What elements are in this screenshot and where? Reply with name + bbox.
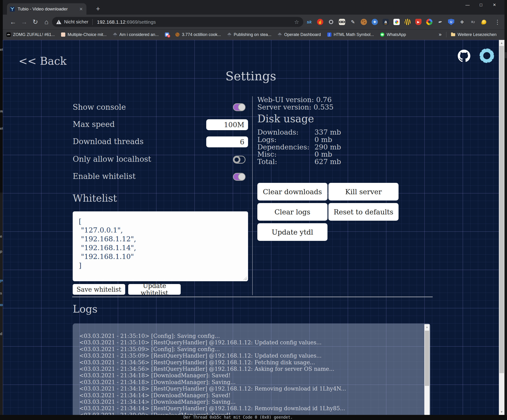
bookmark-operate-dashboard[interactable]: Operate Dashboard (278, 32, 321, 37)
bookmarks-overflow-icon[interactable]: » (439, 32, 442, 38)
spiral-favicon (61, 33, 65, 37)
disk-row-label: Logs: (257, 136, 277, 144)
disk-row-label: Dependencies: (257, 143, 309, 151)
ext-adblock-hand-icon[interactable]: ☝ (317, 19, 323, 25)
bookmarks-right: » Weitere Lesezeichen (439, 32, 501, 38)
photos-dot (395, 21, 398, 24)
forward-icon[interactable]: → (20, 17, 29, 27)
bookmark-multiple-choice[interactable]: Multiple-Choice mit... (61, 32, 107, 37)
log-line: <03.03.2021 - 21:34:14> [DownloadManager… (79, 392, 419, 399)
bookmark-label: Am i considered an... (119, 32, 159, 37)
ext-playlist-icon[interactable]: ≡♪ (470, 19, 476, 25)
save-whitelist-button[interactable]: Save whitelist (73, 284, 125, 295)
badge-count: 3 (167, 34, 170, 38)
github-icon[interactable] (458, 50, 470, 62)
update-ytdl-button[interactable]: Update ytdl (257, 223, 327, 241)
window-controls: — □ × (461, 0, 501, 10)
new-tab-button[interactable]: + (94, 5, 102, 13)
disk-row-label: Total: (257, 158, 277, 166)
window-close-button[interactable]: × (488, 0, 501, 10)
ext-ring-icon[interactable] (329, 20, 333, 24)
column-divider (252, 96, 253, 295)
disk-row-value: 290 mb (315, 143, 341, 151)
setting-label-show-console: Show console (73, 103, 126, 112)
bookmark-label: ZOMG ZUFALL! #61... (13, 32, 55, 37)
scroll-down-icon[interactable]: ▼ (499, 410, 504, 413)
ext-google-icon[interactable] (426, 19, 432, 25)
bookmark-html-math[interactable]: ∫ HTML Math Symbol... (327, 32, 374, 37)
setting-label-enable-whitelist: Enable whitelist (73, 172, 136, 181)
disk-row-value: 0 mb (315, 136, 332, 144)
ext-video-shield-icon[interactable]: ▶ (415, 19, 422, 25)
tab-close-icon[interactable]: × (78, 6, 84, 12)
background-text-fragment: e (0, 234, 2, 239)
kill-server-button[interactable]: Kill server (328, 183, 399, 200)
browser-window: Tubio - Video downloader × + — □ × ← → ↻… (3, 0, 504, 415)
download-threads-input[interactable] (206, 137, 248, 147)
browser-menu-icon[interactable]: ⋮ (493, 17, 502, 27)
address-bar[interactable]: ! Nicht sicher 192.168.1.12 :6969/settin… (52, 17, 303, 27)
ext-pen-icon[interactable]: ✎ (350, 19, 356, 25)
toggle-show-console[interactable] (233, 103, 246, 111)
disk-row-value: 627 mb (315, 158, 341, 166)
disk-row-label: Downloads: (257, 128, 298, 136)
max-speed-input[interactable] (206, 119, 248, 130)
ext-blue-cross-icon[interactable]: ✚ (372, 19, 378, 25)
window-minimize-button[interactable]: — (461, 0, 474, 10)
bookmark-publishing-steam[interactable]: Publishing on stea... (227, 32, 271, 37)
bookmark-z0r[interactable]: z0r ZOMG ZUFALL! #61... (7, 32, 55, 37)
url-path: :6969/settings (125, 19, 156, 25)
reload-icon[interactable]: ↻ (31, 17, 40, 27)
whitelist-editor-wrap: [ "127.0.0.1", "192.168.1.12", "192.168.… (73, 211, 248, 281)
disk-row-value: 337 mb (315, 128, 341, 136)
log-line: <03.03.2021 - 21:34:18> [RestQueryHandle… (79, 386, 419, 392)
ext-amazon-icon[interactable]: a (382, 19, 389, 25)
reset-defaults-button[interactable]: Reset to defaults (328, 203, 399, 221)
update-whitelist-button[interactable]: Update whitelist (128, 284, 181, 295)
ext-cookie-icon[interactable] (361, 19, 367, 25)
background-text-fragment: d (0, 332, 2, 336)
bookmark-am-i-considered[interactable]: Am i considered an... (113, 32, 159, 37)
back-icon[interactable]: ← (8, 17, 18, 27)
ext-sk-icon[interactable]: sk (306, 19, 312, 25)
log-scrollbar-thumb[interactable] (425, 331, 429, 386)
bookmark-whatsapp[interactable]: ☎ WhatsApp (380, 32, 406, 37)
warning-mark: ! (58, 21, 59, 24)
whitelist-textarea[interactable]: [ "127.0.0.1", "192.168.1.12", "192.168.… (73, 211, 248, 281)
clear-downloads-button[interactable]: Clear downloads (257, 183, 327, 200)
ext-ublock-shield-icon[interactable]: U (448, 19, 454, 25)
bookmark-cookie-clicker[interactable]: 3.774 octillion cook... (175, 32, 221, 37)
bookmark-badged[interactable]: 3 (165, 33, 169, 37)
scroll-up-icon[interactable]: ▲ (424, 326, 430, 328)
ext-bee-icon[interactable] (404, 19, 411, 25)
page-scrollbar-thumb[interactable] (499, 46, 504, 373)
bookmark-label: WhatsApp (387, 32, 406, 37)
not-secure-warning-icon[interactable]: ! (56, 20, 61, 24)
ext-photos-icon[interactable] (394, 19, 400, 25)
home-icon[interactable]: ⌂ (42, 17, 51, 27)
section-divider (72, 296, 433, 297)
back-link[interactable]: << Back (19, 55, 67, 67)
background-text-fragment: et (0, 48, 3, 52)
toggle-enable-whitelist[interactable] (233, 173, 246, 181)
cookie-favicon (175, 33, 180, 37)
folder-icon (451, 33, 455, 36)
disk-row-value: 0 mb (315, 150, 332, 158)
bookmark-label: Publishing on stea... (234, 32, 271, 37)
page-scrollbar[interactable]: ▲ ▼ (499, 40, 504, 415)
browser-tab[interactable]: Tubio - Video downloader × (7, 3, 86, 15)
log-box: <03.03.2021 - 21:35:10> [Config]: Saving… (73, 324, 430, 415)
ext-coins-icon[interactable] (481, 19, 487, 25)
scroll-up-icon[interactable]: ▲ (499, 41, 504, 45)
clear-logs-button[interactable]: Clear logs (257, 203, 327, 221)
bookmark-star-icon[interactable]: ☆ (294, 19, 299, 25)
log-line: <03.03.2021 - 21:35:09> [Config]: Saving… (79, 346, 419, 352)
log-scrollbar[interactable]: ▲ (424, 324, 430, 415)
window-maximize-button[interactable]: □ (474, 0, 488, 10)
settings-gear-icon[interactable] (479, 48, 494, 63)
ext-robber-mask-icon[interactable] (339, 19, 345, 25)
ext-puzzle-icon[interactable]: ❖ (459, 19, 465, 25)
toggle-only-localhost[interactable] (233, 156, 246, 164)
other-bookmarks-label[interactable]: Weitere Lesezeichen (458, 32, 497, 37)
ext-syringe-icon[interactable]: ✒ (437, 18, 444, 26)
